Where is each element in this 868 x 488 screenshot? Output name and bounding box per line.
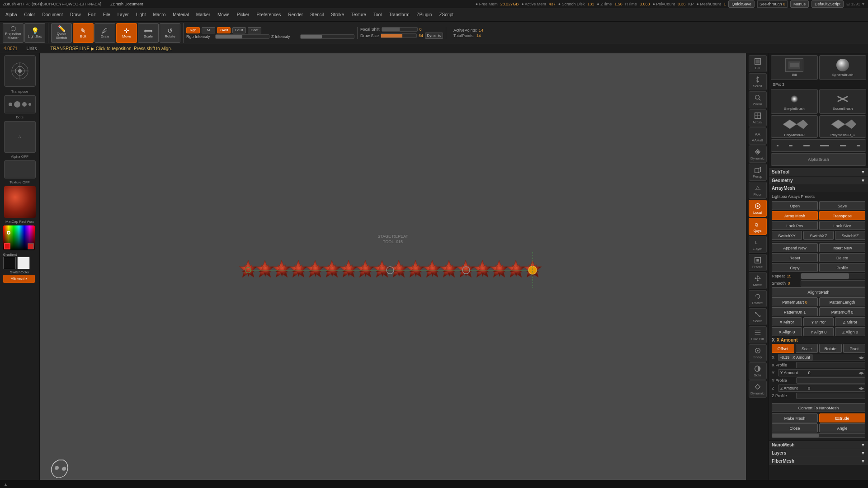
angle-slider[interactable] bbox=[772, 433, 865, 438]
copy-button[interactable]: Copy bbox=[772, 263, 818, 272]
switchxz-button[interactable]: SwitchXZ bbox=[803, 231, 834, 240]
coat-button[interactable]: Coat bbox=[248, 27, 261, 33]
repeat-slider[interactable] bbox=[801, 273, 865, 279]
lock-size-button[interactable]: Lock Size bbox=[819, 221, 865, 230]
menu-macro[interactable]: Macro bbox=[150, 11, 168, 18]
draw-button[interactable]: 🖊 Draw bbox=[94, 23, 115, 43]
draw-size-slider[interactable] bbox=[381, 33, 417, 38]
menu-alpha[interactable]: Alpha bbox=[3, 11, 20, 18]
scroll-icon-btn[interactable]: Scroll bbox=[749, 73, 767, 90]
x-amount-slider[interactable]: -8.19 X Amount ◀▶ bbox=[778, 354, 865, 361]
array-mesh-button[interactable]: Array Mesh bbox=[772, 211, 818, 220]
save-button[interactable]: Save bbox=[819, 201, 865, 210]
menu-render[interactable]: Render bbox=[285, 11, 306, 18]
scale-icon-btn[interactable]: Scale bbox=[749, 308, 767, 325]
menu-material[interactable]: Material bbox=[170, 11, 192, 18]
linefill-icon-btn[interactable]: Line Fill bbox=[749, 326, 767, 343]
menu-transform[interactable]: Transform bbox=[386, 11, 412, 18]
switchyz-button[interactable]: SwitchYZ bbox=[835, 231, 865, 240]
move-icon-btn[interactable]: Move bbox=[749, 272, 767, 289]
convert-nanomesh-button[interactable]: Convert To NanoMesh bbox=[772, 403, 865, 412]
menu-tool[interactable]: Tool bbox=[371, 11, 384, 18]
geometry-header[interactable]: Geometry ▼ bbox=[769, 177, 868, 184]
rotate-button[interactable]: ↺ Rotate bbox=[160, 23, 180, 43]
rgb-button[interactable]: Rgb bbox=[186, 27, 200, 33]
subtool-header[interactable]: SubTool ▼ bbox=[769, 168, 868, 176]
reset-button[interactable]: Reset bbox=[772, 253, 818, 262]
z-intensity-slider[interactable] bbox=[300, 34, 354, 39]
align-to-path-button[interactable]: AlignToPath bbox=[772, 287, 865, 296]
floor-icon-btn[interactable]: Floor bbox=[749, 182, 767, 199]
pattern-start-button[interactable]: PatternStart 0 bbox=[772, 297, 818, 306]
pattern-on-button[interactable]: PatternOn 1 bbox=[772, 307, 818, 316]
zoom-icon-btn[interactable]: Zoom bbox=[749, 91, 767, 108]
menu-color[interactable]: Color bbox=[22, 11, 38, 18]
qxyz-icon-btn[interactable]: Q Qxyz bbox=[749, 218, 767, 235]
dots-preview[interactable] bbox=[4, 95, 36, 113]
dynamic-icon-btn[interactable]: Dynamic bbox=[749, 145, 767, 163]
quick-sketch-button[interactable]: ✏️ Quick Sketch bbox=[51, 23, 72, 43]
scale-tab[interactable]: Scale bbox=[796, 344, 818, 353]
rgb-intensity-slider[interactable] bbox=[215, 34, 269, 39]
canvas-area[interactable]: STAGE REPEAT TOOL .015 bbox=[40, 53, 746, 488]
white-swatch[interactable] bbox=[17, 257, 30, 269]
insert-new-button[interactable]: Insert New bbox=[819, 243, 865, 252]
bill-icon-btn[interactable]: Bill bbox=[749, 55, 767, 72]
actual-icon-btn[interactable]: Actual bbox=[749, 109, 767, 127]
x-align-button[interactable]: X Align 0 bbox=[772, 327, 802, 336]
solo-icon-btn[interactable]: Solo bbox=[749, 362, 767, 380]
matcap-preview[interactable] bbox=[4, 186, 36, 218]
default-script-button[interactable]: DefaultZScript bbox=[811, 0, 844, 8]
menu-picker[interactable]: Picker bbox=[234, 11, 252, 18]
color-picker[interactable] bbox=[3, 225, 35, 250]
close-button[interactable]: Close bbox=[772, 423, 818, 432]
polymesh3d1-thumb[interactable]: PolyMesh3D_1 bbox=[819, 115, 866, 138]
x-mirror-button[interactable]: X Mirror bbox=[772, 317, 802, 326]
layers-header[interactable]: Layers ▼ bbox=[769, 449, 868, 457]
scale-button[interactable]: ⟺ Scale bbox=[138, 23, 159, 43]
y-profile-slider[interactable] bbox=[796, 377, 865, 384]
quicksave-button[interactable]: QuickSave bbox=[728, 0, 755, 8]
spherabrush-thumb[interactable]: SpheraBrush bbox=[819, 55, 866, 80]
see-through-button[interactable]: See-through 0 bbox=[757, 0, 788, 8]
menu-stencil[interactable]: Stencil bbox=[307, 11, 326, 18]
transpose-button[interactable]: Transpose bbox=[819, 211, 865, 220]
alternate-button[interactable]: Alternate bbox=[3, 275, 35, 283]
extrude-button[interactable]: Extrude bbox=[819, 413, 865, 422]
menu-layer[interactable]: Layer bbox=[115, 11, 132, 18]
open-button[interactable]: Open bbox=[772, 201, 818, 210]
move-button[interactable]: ✛ Move bbox=[116, 23, 137, 43]
m-button[interactable]: M bbox=[202, 27, 215, 33]
menu-preferences[interactable]: Preferences bbox=[254, 11, 283, 18]
local-icon-btn[interactable]: Local bbox=[749, 200, 767, 217]
append-new-button[interactable]: Append New bbox=[772, 243, 818, 252]
pattern-length-button[interactable]: PatternLength bbox=[819, 297, 865, 306]
alpha-preview[interactable]: A bbox=[4, 121, 36, 153]
fault-button[interactable]: Fault bbox=[232, 27, 246, 33]
y-align-button[interactable]: Y Align 0 bbox=[803, 327, 834, 336]
pivot-tab[interactable]: Pivot bbox=[843, 344, 866, 353]
lock-pos-button[interactable]: Lock Pos bbox=[772, 221, 818, 230]
z-amount-slider[interactable]: Z Amount 0 ◀▶ bbox=[778, 385, 865, 392]
navigate-widget[interactable] bbox=[4, 55, 36, 87]
bill-brush-thumb[interactable]: Bill bbox=[771, 55, 818, 80]
polymesh3d-thumb[interactable]: PolyMesh3D bbox=[771, 115, 818, 138]
menu-file[interactable]: File bbox=[100, 11, 113, 18]
menu-zplugin[interactable]: ZPlugin bbox=[414, 11, 434, 18]
menu-zscript[interactable]: ZScript bbox=[436, 11, 456, 18]
z-mirror-button[interactable]: Z Mirror bbox=[835, 317, 865, 326]
menu-texture[interactable]: Texture bbox=[349, 11, 369, 18]
z-align-button[interactable]: Z Align 0 bbox=[835, 327, 865, 336]
menu-light[interactable]: Light bbox=[133, 11, 149, 18]
brush-strip[interactable] bbox=[771, 139, 866, 152]
snap-icon-btn[interactable]: Snap bbox=[749, 344, 767, 361]
frame-icon-btn[interactable]: Frame bbox=[749, 254, 767, 271]
z-profile-slider[interactable] bbox=[796, 393, 865, 399]
profile-button[interactable]: Profile bbox=[819, 263, 865, 272]
menu-edit[interactable]: Edit bbox=[85, 11, 98, 18]
menu-document[interactable]: Document bbox=[39, 11, 66, 18]
delete-button[interactable]: Delete bbox=[819, 253, 865, 262]
menu-stroke[interactable]: Stroke bbox=[328, 11, 347, 18]
aahalf-icon-btn[interactable]: AA AAHalf bbox=[749, 127, 767, 145]
y-amount-slider[interactable]: Y Amount 0 ◀▶ bbox=[778, 369, 865, 376]
